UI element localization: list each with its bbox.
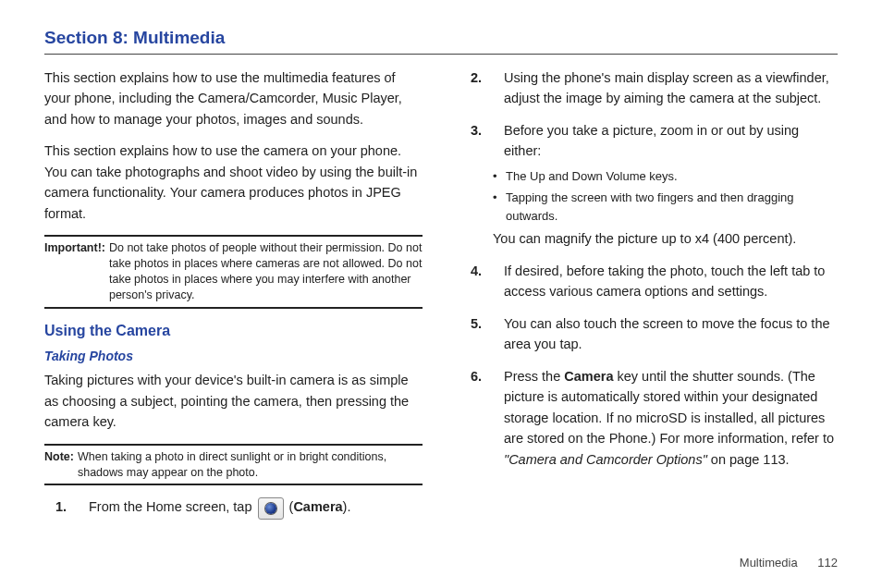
page-number: 112 <box>817 556 838 570</box>
step-body: If desired, before taking the photo, tou… <box>504 261 838 302</box>
step3-tail: You can magnify the picture up to x4 (40… <box>493 228 838 249</box>
step-2: 2. Using the phone's main display screen… <box>459 67 838 109</box>
step-body: You can also touch the screen to move th… <box>504 313 838 355</box>
step1-bold: Camera <box>293 499 342 514</box>
camera-icon <box>258 497 284 520</box>
step-number: 5. <box>459 313 504 355</box>
heading-using-camera: Using the Camera <box>44 320 423 343</box>
bullet-pinch-zoom: • Tapping the screen with two fingers an… <box>493 189 838 226</box>
step-number: 4. <box>459 261 504 302</box>
taking-photos-paragraph: Taking pictures with your device's built… <box>44 370 423 432</box>
step-body: Press the Camera key until the shutter s… <box>504 366 838 470</box>
note-label: Note: <box>44 449 78 481</box>
intro-paragraph-1: This section explains how to use the mul… <box>44 67 423 129</box>
step-1: 1. From the Home screen, tap (Camera). <box>44 496 423 519</box>
step1-pre: From the Home screen, tap <box>89 499 256 514</box>
important-text: Do not take photos of people without the… <box>109 240 423 303</box>
bullet-icon: • <box>493 189 506 226</box>
step-body: From the Home screen, tap (Camera). <box>89 496 423 519</box>
step6-bold: Camera <box>564 369 613 384</box>
left-column: This section explains how to use the mul… <box>44 67 423 548</box>
bullet-text: Tapping the screen with two fingers and … <box>506 189 838 226</box>
heading-taking-photos: Taking Photos <box>44 347 423 367</box>
note-sunlight: Note: When taking a photo in direct sunl… <box>44 444 423 486</box>
important-note: Important!: Do not take photos of people… <box>44 235 423 309</box>
step-number: 2. <box>459 67 504 109</box>
bullet-volume-keys: • The Up and Down Volume keys. <box>493 167 838 186</box>
intro-paragraph-2: This section explains how to use the cam… <box>44 141 423 224</box>
right-column: 2. Using the phone's main display screen… <box>459 67 838 548</box>
step-3: 3. Before you take a picture, zoom in or… <box>459 120 838 162</box>
step-number: 1. <box>44 496 89 519</box>
step-number: 6. <box>459 366 504 470</box>
note-text: When taking a photo in direct sunlight o… <box>78 449 423 481</box>
step1-close: ). <box>343 499 351 514</box>
two-column-layout: This section explains how to use the mul… <box>44 67 838 548</box>
step-4: 4. If desired, before taking the photo, … <box>459 261 838 302</box>
step6-post: on page 113. <box>707 452 790 467</box>
section-title: Section 8: Multimedia <box>44 28 838 55</box>
footer-label: Multimedia <box>740 556 798 570</box>
step-6: 6. Press the Camera key until the shutte… <box>459 366 838 470</box>
step6-italic: "Camera and Camcorder Options" <box>504 452 707 467</box>
step-body: Before you take a picture, zoom in or ou… <box>504 120 838 162</box>
step6-pre: Press the <box>504 369 564 384</box>
step-5: 5. You can also touch the screen to move… <box>459 313 838 355</box>
bullet-icon: • <box>493 167 506 186</box>
step-body: Using the phone's main display screen as… <box>504 67 838 109</box>
bullet-text: The Up and Down Volume keys. <box>506 167 678 186</box>
important-label: Important!: <box>44 240 109 303</box>
manual-page: Section 8: Multimedia This section expla… <box>0 0 882 588</box>
step-number: 3. <box>459 120 504 162</box>
step3-text: Before you take a picture, zoom in or ou… <box>504 120 838 162</box>
page-footer: Multimedia 112 <box>44 548 838 570</box>
